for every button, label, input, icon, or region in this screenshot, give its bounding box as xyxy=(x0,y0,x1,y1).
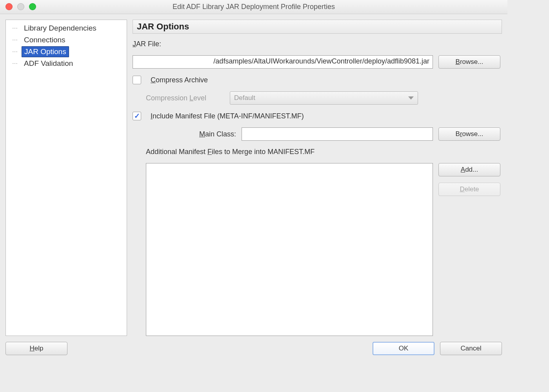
tree-item-jar-options[interactable]: ⋯ JAR Options xyxy=(9,46,124,58)
tree-item-label: JAR Options xyxy=(22,46,69,57)
section-title: JAR Options xyxy=(133,20,502,34)
tree-item-adf-validation[interactable]: ⋯ ADF Validation xyxy=(9,58,124,69)
jar-options-form: JAR File: /adfsamples/AltaUIWorkarounds/… xyxy=(133,40,502,336)
include-manifest-row: Include Manifest File (META-INF/MANIFEST… xyxy=(133,112,500,120)
tree-item-label: Connections xyxy=(22,35,68,45)
tree-item-connections[interactable]: ⋯ Connections xyxy=(9,34,124,46)
manifest-side-buttons: Add... Delete xyxy=(438,163,500,336)
dialog-window: Edit ADF Library JAR Deployment Profile … xyxy=(0,0,507,363)
tree-branch-icon: ⋯ xyxy=(12,37,22,43)
help-button[interactable]: Help xyxy=(5,342,67,355)
tree-item-label: ADF Validation xyxy=(22,58,75,69)
jar-file-row: /adfsamples/AltaUIWorkarounds/ViewContro… xyxy=(133,55,500,69)
tree-branch-icon: ⋯ xyxy=(12,25,22,31)
category-tree[interactable]: ⋯ Library Dependencies ⋯ Connections ⋯ J… xyxy=(5,20,127,336)
chevron-down-icon xyxy=(408,96,414,100)
titlebar: Edit ADF Library JAR Deployment Profile … xyxy=(0,0,507,14)
minimize-window-button xyxy=(17,3,24,10)
compression-level-row: Compression Level Default xyxy=(133,91,500,105)
dialog-body: ⋯ Library Dependencies ⋯ Connections ⋯ J… xyxy=(0,14,507,338)
compress-archive-label: Compress Archive xyxy=(151,76,208,84)
compression-level-select: Default xyxy=(230,91,418,105)
compression-level-value: Default xyxy=(234,94,255,102)
main-class-label: Main Class: xyxy=(146,130,236,138)
main-class-input[interactable] xyxy=(242,127,433,141)
main-class-row: Main Class: Browse... xyxy=(133,127,500,141)
close-window-button[interactable] xyxy=(5,3,13,10)
ok-button[interactable]: OK xyxy=(373,342,434,355)
additional-manifest-listbox[interactable] xyxy=(146,163,433,336)
dialog-footer: Help OK Cancel xyxy=(0,338,507,363)
tree-branch-icon: ⋯ xyxy=(12,49,22,55)
include-manifest-checkbox[interactable] xyxy=(133,112,141,120)
compression-level-label: Compression Level xyxy=(146,94,224,102)
include-manifest-label: Include Manifest File (META-INF/MANIFEST… xyxy=(151,112,304,120)
window-title: Edit ADF Library JAR Deployment Profile … xyxy=(173,3,335,11)
browse-main-class-button[interactable]: Browse... xyxy=(438,127,500,141)
compress-archive-checkbox[interactable] xyxy=(133,76,141,84)
browse-jar-button[interactable]: Browse... xyxy=(438,55,500,69)
tree-item-library-dependencies[interactable]: ⋯ Library Dependencies xyxy=(9,22,124,34)
jar-file-input[interactable]: /adfsamples/AltaUIWorkarounds/ViewContro… xyxy=(133,55,433,69)
additional-manifest-label: Additional Manifest Files to Merge into … xyxy=(133,148,500,156)
tree-item-label: Library Dependencies xyxy=(22,23,99,33)
window-controls xyxy=(5,3,36,10)
compress-archive-row: Compress Archive xyxy=(133,76,500,84)
delete-manifest-button: Delete xyxy=(438,183,500,196)
cancel-button[interactable]: Cancel xyxy=(440,342,502,355)
add-manifest-button[interactable]: Add... xyxy=(438,163,500,176)
content-pane: JAR Options JAR File: /adfsamples/AltaUI… xyxy=(133,20,502,336)
tree-branch-icon: ⋯ xyxy=(12,60,22,67)
jar-file-label: JAR File: xyxy=(133,40,500,48)
zoom-window-button[interactable] xyxy=(29,3,36,10)
additional-manifest-area: Add... Delete xyxy=(133,163,500,336)
